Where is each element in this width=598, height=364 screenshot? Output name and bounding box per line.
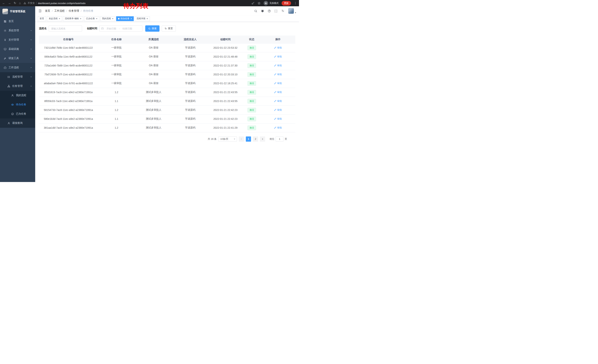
sidebar-item-todo-tasks[interactable]: 待办任务 — [0, 100, 35, 109]
tab-done-tasks[interactable]: 已办任务 × — [84, 16, 99, 21]
sidebar-item-payment[interactable]: 支付管理 — [0, 35, 35, 44]
sidebar-item-system[interactable]: 系统管理 — [0, 26, 35, 35]
help-button[interactable] — [268, 9, 271, 13]
approve-link[interactable]: 审批 — [274, 126, 282, 129]
breadcrumb-home[interactable]: 首页 — [45, 9, 50, 13]
approve-link[interactable]: 审批 — [274, 64, 282, 67]
close-icon[interactable]: × — [96, 17, 98, 20]
reset-button[interactable]: ↻ 重置 — [162, 25, 176, 32]
goto-page-input[interactable] — [276, 137, 283, 142]
next-page-button[interactable] — [260, 137, 265, 142]
password-key-icon[interactable] — [251, 2, 255, 5]
sidebar-item-leave-query[interactable]: 请假查询 — [0, 119, 35, 128]
cell-action: 审批 — [261, 52, 295, 61]
status-badge: 激活 — [248, 81, 256, 86]
browser-back-button[interactable]: ← — [2, 2, 5, 5]
approve-link[interactable]: 审批 — [274, 108, 282, 112]
cell-initiator: 芋道源码 — [172, 123, 208, 132]
sidebar-item-task-management[interactable]: 任务管理 — [0, 81, 35, 91]
end-date-input[interactable] — [120, 27, 134, 30]
status-badge: 激活 — [248, 108, 256, 112]
edit-icon — [274, 91, 276, 93]
approve-link[interactable]: 审批 — [274, 117, 282, 121]
page-button-2[interactable]: 2 — [253, 137, 258, 142]
cell-created: 2022-01-21 22:41:29 — [208, 123, 243, 132]
cell-initiator: 芋道源码 — [172, 97, 208, 105]
close-icon[interactable]: × — [80, 17, 82, 20]
table-row: 58154733-7ac8-11ec-a9e2-a2380e71991a1.2测… — [39, 105, 295, 114]
chevron-down-icon — [30, 57, 32, 59]
cell-process: OA 请假 — [135, 79, 172, 88]
fullscreen-button[interactable] — [274, 9, 277, 13]
cell-initiator: 芋道源码 — [172, 43, 208, 52]
approve-link-label: 审批 — [277, 55, 282, 58]
breadcrumb-workflow[interactable]: 工作流程 — [54, 9, 65, 13]
browser-menu-icon[interactable]: ⋮ — [294, 1, 297, 5]
pagination: 共 16 条 10条/页 ▾ 1 2 前往 页 — [39, 137, 295, 142]
close-icon[interactable]: × — [147, 17, 148, 20]
sidebar-collapse-button[interactable] — [38, 9, 42, 13]
browser-update-button[interactable]: 更新 — [282, 1, 291, 6]
sidebar-item-my-process[interactable]: 我的流程 — [0, 91, 35, 100]
sidebar-item-home[interactable]: 首页 — [0, 17, 35, 26]
bookmark-star-icon[interactable] — [257, 2, 261, 5]
cell-created: 2022-01-21 22:42:23 — [208, 114, 243, 123]
tab-home[interactable]: 首页 — [38, 16, 46, 21]
sidebar-item-process-management[interactable]: 流程管理 — [0, 72, 35, 81]
cell-initiator: 芋道源码 — [172, 52, 208, 61]
cell-id: 73211d9d-7b9b-11ec-b5b7-acde48001122 — [39, 43, 98, 52]
sidebar-item-dev-tools[interactable]: 研发工具 — [0, 54, 35, 63]
tab-my-process[interactable]: 我的流程 × — [100, 16, 116, 21]
approve-link-label: 审批 — [277, 73, 282, 76]
cell-initiator: 芋道源码 — [172, 61, 208, 70]
browser-home-button[interactable]: ⌂ — [19, 2, 21, 5]
tab-process-form-edit[interactable]: 流程表单-编辑 × — [63, 16, 83, 21]
prev-page-button[interactable] — [239, 137, 244, 142]
approve-link[interactable]: 审批 — [274, 90, 282, 94]
approve-link[interactable]: 审批 — [274, 99, 282, 103]
cell-status: 激活 — [243, 105, 261, 114]
close-icon[interactable]: × — [59, 17, 60, 20]
approve-link[interactable]: 审批 — [274, 55, 282, 58]
briefcase-icon — [4, 66, 7, 69]
github-link[interactable] — [261, 9, 264, 13]
breadcrumb-task-management[interactable]: 任务管理 — [69, 9, 79, 13]
page-size-select[interactable]: 10条/页 ▾ — [218, 137, 237, 142]
filter-form: 流程名 创建时间 - 搜索 ↻ 重置 — [39, 25, 295, 32]
tab-start-process[interactable]: 发起流程 × — [47, 16, 62, 21]
status-badge: 激活 — [248, 99, 256, 104]
sidebar-item-workflow[interactable]: 工作流程 — [0, 63, 35, 72]
sidebar-item-infrastructure[interactable]: 基础设施 — [0, 44, 35, 54]
cell-status: 激活 — [243, 43, 261, 52]
close-icon[interactable]: × — [112, 17, 114, 20]
approve-link[interactable]: 审批 — [274, 46, 282, 49]
table-row: 73211d9d-7b9b-11ec-b5b7-acde48001122一级审批… — [39, 43, 295, 52]
sidebar-item-label: 支付管理 — [8, 38, 19, 41]
edit-icon — [274, 126, 276, 129]
process-name-input[interactable] — [49, 25, 82, 32]
cell-created: 2022-01-21 22:42:23 — [208, 105, 243, 114]
page-button-1[interactable]: 1 — [246, 137, 251, 142]
tab-todo-tasks[interactable]: 待办任务 × — [116, 16, 134, 21]
approve-link[interactable]: 审批 — [274, 73, 282, 76]
tab-process-detail[interactable]: 流程详情 × — [135, 16, 150, 21]
approve-link[interactable]: 审批 — [274, 82, 282, 85]
search-button[interactable]: 搜索 — [145, 25, 159, 32]
header-search-button[interactable] — [254, 9, 257, 13]
start-date-input[interactable] — [105, 27, 118, 30]
address-bar[interactable]: 不安全 dashboard.yudao.iocoder.cn/bpm/task/… — [24, 1, 86, 5]
browser-reload-button[interactable]: ↻ — [14, 2, 16, 5]
date-range-picker[interactable]: - — [99, 25, 142, 32]
table-header-row: 任务编号 任务名称 所属流程 流程发起人 创建时间 状态 操作 — [39, 36, 295, 43]
incognito-icon — [264, 1, 268, 5]
cell-name: 一级审批 — [98, 61, 135, 70]
cell-status: 激活 — [243, 88, 261, 97]
font-size-button[interactable] — [281, 9, 284, 13]
sidebar-item-done-tasks[interactable]: 已办任务 — [0, 109, 35, 119]
browser-forward-button[interactable]: → — [8, 2, 11, 5]
close-icon[interactable]: × — [130, 17, 132, 20]
sidebar-logo[interactable]: 芋道管理系统 — [0, 6, 35, 17]
incognito-badge: 无痕模式 — [264, 1, 279, 5]
user-menu[interactable]: ▾ — [288, 8, 296, 14]
tab-label: 流程表单-编辑 — [65, 17, 79, 20]
